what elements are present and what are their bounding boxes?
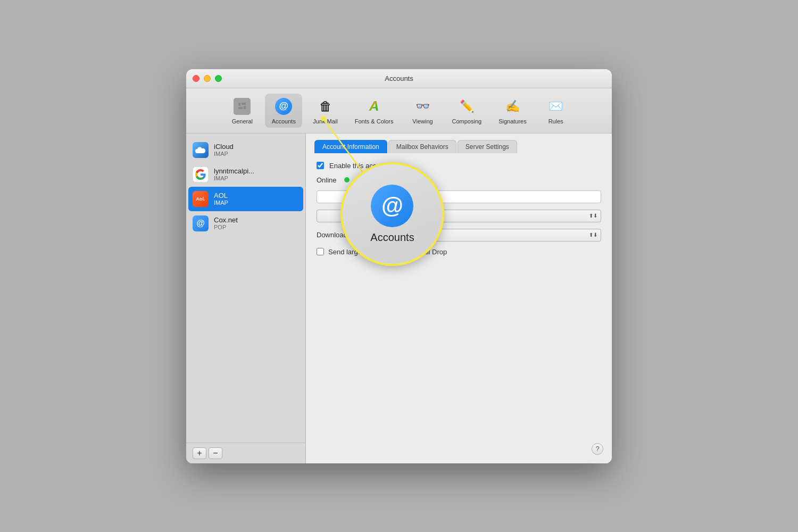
toolbar-item-fonts-colors[interactable]: A Fonts & Colors bbox=[348, 94, 400, 128]
tab-server-settings[interactable]: Server Settings bbox=[458, 140, 517, 153]
google-name: lynntmcalpi... bbox=[214, 167, 299, 175]
account-item-google[interactable]: lynntmcalpi... IMAP bbox=[186, 162, 305, 187]
cox-logo: @ bbox=[193, 215, 209, 231]
online-status-row: Online bbox=[317, 176, 601, 184]
toolbar-item-accounts[interactable]: @ Accounts bbox=[265, 94, 302, 128]
icloud-type: IMAP bbox=[214, 151, 299, 157]
email-dropdown-row: ⬆⬇ bbox=[317, 210, 601, 222]
aol-info: AOL IMAP bbox=[214, 192, 299, 206]
main-window: Accounts General @ Accou bbox=[186, 69, 612, 463]
svg-rect-1 bbox=[242, 103, 246, 105]
toolbar-item-junk-mail[interactable]: 🗑 Junk Mail bbox=[306, 94, 344, 128]
add-account-button[interactable]: + bbox=[193, 447, 206, 459]
toolbar-item-rules[interactable]: ✉️ Rules bbox=[537, 94, 575, 128]
download-select-value: Recent bbox=[411, 231, 431, 239]
rules-label: Rules bbox=[548, 118, 563, 124]
aol-logo: Aol. bbox=[193, 191, 209, 207]
tab-bar: Account Information Mailbox Behaviors Se… bbox=[306, 134, 612, 153]
toolbar-item-signatures[interactable]: ✍️ Signatures bbox=[492, 94, 533, 128]
help-button[interactable]: ? bbox=[592, 443, 603, 455]
window-title: Accounts bbox=[385, 74, 413, 82]
traffic-lights bbox=[193, 75, 222, 82]
cox-type: POP bbox=[214, 224, 299, 230]
description-row bbox=[317, 190, 601, 203]
aol-type: IMAP bbox=[214, 200, 299, 206]
download-row: Download Attachments: Recent ⬆⬇ bbox=[317, 229, 601, 242]
general-icon bbox=[232, 97, 252, 116]
title-bar: Accounts bbox=[186, 69, 612, 88]
mail-drop-checkbox[interactable] bbox=[317, 248, 324, 255]
tab-account-information[interactable]: Account Information bbox=[314, 140, 387, 153]
svg-rect-2 bbox=[238, 107, 243, 109]
cox-info: Cox.net POP bbox=[214, 216, 299, 230]
account-item-cox[interactable]: @ Cox.net POP bbox=[186, 211, 305, 236]
composing-icon: ✏️ bbox=[457, 97, 476, 116]
account-item-aol[interactable]: Aol. AOL IMAP bbox=[188, 187, 303, 211]
fonts-colors-icon: A bbox=[364, 97, 384, 116]
accounts-toolbar-icon: @ bbox=[274, 97, 293, 116]
svg-rect-0 bbox=[238, 103, 240, 106]
junk-mail-label: Junk Mail bbox=[313, 118, 337, 124]
signatures-icon: ✍️ bbox=[503, 97, 522, 116]
download-label: Download Attachments: bbox=[317, 231, 402, 239]
toolbar-item-composing[interactable]: ✏️ Composing bbox=[445, 94, 488, 128]
download-select[interactable]: Recent ⬆⬇ bbox=[407, 229, 601, 242]
main-panel: Account Information Mailbox Behaviors Se… bbox=[306, 134, 612, 463]
enable-account-row: Enable this account bbox=[317, 162, 601, 170]
online-status-dot bbox=[344, 177, 350, 182]
cox-name: Cox.net bbox=[214, 216, 299, 224]
email-select[interactable]: ⬆⬇ bbox=[317, 210, 601, 222]
toolbar-item-general[interactable]: General bbox=[223, 94, 261, 128]
account-item-icloud[interactable]: iCloud IMAP bbox=[186, 138, 305, 162]
select-arrow-icon: ⬆⬇ bbox=[589, 213, 597, 219]
rules-icon: ✉️ bbox=[546, 97, 566, 116]
viewing-label: Viewing bbox=[412, 118, 433, 124]
enable-account-checkbox[interactable] bbox=[317, 162, 324, 169]
viewing-icon: 👓 bbox=[413, 97, 432, 116]
signatures-label: Signatures bbox=[498, 118, 527, 124]
description-input[interactable] bbox=[317, 190, 601, 203]
mail-drop-row: Send large attachments with Mail Drop bbox=[317, 248, 601, 256]
google-logo bbox=[193, 167, 209, 182]
junk-mail-icon: 🗑 bbox=[316, 97, 335, 116]
enable-account-label: Enable this account bbox=[329, 162, 389, 170]
accounts-label: Accounts bbox=[272, 118, 296, 124]
mail-drop-label: Send large attachments with Mail Drop bbox=[328, 248, 447, 256]
online-label: Online bbox=[317, 176, 337, 184]
sidebar-footer: + − bbox=[186, 443, 305, 463]
minimize-button[interactable] bbox=[204, 75, 211, 82]
close-button[interactable] bbox=[193, 75, 200, 82]
tab-mailbox-behaviors[interactable]: Mailbox Behaviors bbox=[388, 140, 456, 153]
content-area: iCloud IMAP lynntm bbox=[186, 134, 612, 463]
maximize-button[interactable] bbox=[215, 75, 222, 82]
aol-name: AOL bbox=[214, 192, 299, 200]
general-label: General bbox=[232, 118, 253, 124]
accounts-list: iCloud IMAP lynntm bbox=[186, 134, 305, 443]
toolbar-item-viewing[interactable]: 👓 Viewing bbox=[404, 94, 441, 128]
google-type: IMAP bbox=[214, 175, 299, 181]
icloud-info: iCloud IMAP bbox=[214, 143, 299, 157]
accounts-sidebar: iCloud IMAP lynntm bbox=[186, 134, 306, 463]
composing-label: Composing bbox=[452, 118, 481, 124]
remove-account-button[interactable]: − bbox=[209, 447, 222, 459]
svg-rect-3 bbox=[244, 106, 246, 109]
account-details: Enable this account Online ⬆⬇ bbox=[306, 153, 612, 463]
icloud-name: iCloud bbox=[214, 143, 299, 151]
toolbar: General @ Accounts 🗑 Junk Mail A Fonts &… bbox=[186, 88, 612, 134]
download-arrow-icon: ⬆⬇ bbox=[589, 232, 597, 238]
fonts-colors-label: Fonts & Colors bbox=[355, 118, 394, 124]
google-info: lynntmcalpi... IMAP bbox=[214, 167, 299, 181]
icloud-logo bbox=[193, 142, 209, 158]
